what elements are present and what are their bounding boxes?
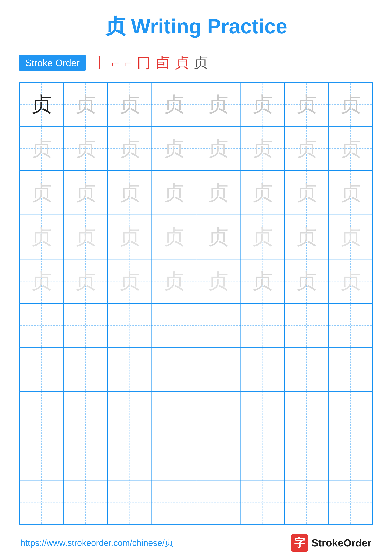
grid-cell[interactable]: 贞 [196,126,240,171]
grid-cell[interactable] [64,348,107,392]
grid-cell[interactable]: 贞 [240,126,284,171]
grid-cell[interactable]: 贞 [152,171,196,215]
grid-cell[interactable] [108,392,152,436]
grid-cell[interactable]: 贞 [19,82,64,126]
grid-cell[interactable]: 贞 [284,215,328,259]
grid-cell[interactable]: 贞 [64,171,107,215]
grid-char: 贞 [340,183,361,203]
grid-cell[interactable] [284,348,328,392]
grid-char: 贞 [75,94,96,115]
grid-cell[interactable]: 贞 [19,171,64,215]
grid-cell[interactable] [328,303,373,347]
grid-cell[interactable] [64,480,107,524]
grid-cell[interactable]: 贞 [240,259,284,303]
grid-cell[interactable]: 贞 [328,215,373,259]
grid-cell[interactable] [328,348,373,392]
grid-cell[interactable] [196,348,240,392]
grid-cell[interactable]: 贞 [284,126,328,171]
grid-cell[interactable] [196,480,240,524]
stroke-3: ⌐ [124,55,132,71]
grid-cell[interactable] [328,480,373,524]
grid-cell[interactable]: 贞 [64,126,107,171]
grid-cell[interactable]: 贞 [19,215,64,259]
grid-cell[interactable] [64,303,107,347]
grid-cell[interactable] [19,436,64,480]
grid-cell[interactable] [108,480,152,524]
grid-cell[interactable]: 贞 [328,171,373,215]
grid-cell[interactable] [19,480,64,524]
grid-cell[interactable]: 贞 [108,171,152,215]
grid-cell[interactable] [284,392,328,436]
grid-cell[interactable]: 贞 [328,126,373,171]
grid-cell[interactable] [152,436,196,480]
grid-cell[interactable] [196,392,240,436]
grid-cell[interactable]: 贞 [108,215,152,259]
grid-cell[interactable] [240,436,284,480]
grid-cell[interactable]: 贞 [108,259,152,303]
grid-cell[interactable]: 贞 [64,82,107,126]
grid-cell[interactable] [152,303,196,347]
grid-cell[interactable]: 贞 [196,82,240,126]
grid-cell[interactable]: 贞 [240,171,284,215]
grid-cell[interactable] [152,348,196,392]
grid-cell[interactable] [240,480,284,524]
grid-cell[interactable] [108,348,152,392]
grid-cell[interactable]: 贞 [284,82,328,126]
footer: https://www.strokeorder.com/chinese/贞 字 … [19,534,373,552]
grid-char: 贞 [75,271,96,292]
grid-cell[interactable]: 贞 [108,126,152,171]
grid-char: 贞 [31,183,52,203]
grid-cell[interactable] [328,392,373,436]
grid-cell[interactable]: 贞 [152,259,196,303]
grid-cell[interactable]: 贞 [240,215,284,259]
grid-cell[interactable]: 贞 [108,82,152,126]
grid-cell[interactable]: 贞 [196,215,240,259]
grid-char: 贞 [31,271,52,292]
grid-cell[interactable] [108,436,152,480]
grid-cell[interactable] [328,436,373,480]
grid-cell[interactable]: 贞 [64,215,107,259]
grid-cell[interactable] [152,392,196,436]
grid-cell[interactable] [284,480,328,524]
stroke-order-chars: 〡 ⌐ ⌐ 冂 卣 貞 贞 [92,53,208,73]
grid-cell[interactable]: 贞 [284,171,328,215]
grid-cell[interactable]: 贞 [240,82,284,126]
grid-cell[interactable]: 贞 [19,126,64,171]
grid-cell[interactable] [240,392,284,436]
grid-cell[interactable]: 贞 [284,259,328,303]
stroke-order-badge: Stroke Order [19,55,86,71]
grid-cell[interactable]: 贞 [196,171,240,215]
grid-cell[interactable] [284,303,328,347]
grid-cell[interactable] [19,392,64,436]
grid-cell[interactable] [284,436,328,480]
stroke-4: 冂 [137,53,151,73]
grid-cell[interactable]: 贞 [19,259,64,303]
grid-cell[interactable] [64,436,107,480]
grid-char: 贞 [164,183,184,203]
footer-url: https://www.strokeorder.com/chinese/贞 [21,537,173,549]
grid-cell[interactable] [108,303,152,347]
grid-cell[interactable] [196,303,240,347]
grid-char: 贞 [208,227,228,247]
grid-char: 贞 [252,138,273,159]
grid-cell[interactable]: 贞 [328,82,373,126]
grid-cell[interactable] [19,303,64,347]
grid-cell[interactable]: 贞 [152,215,196,259]
grid-cell[interactable] [196,436,240,480]
grid-char: 贞 [296,94,317,115]
grid-cell[interactable] [64,392,107,436]
grid-cell[interactable] [152,480,196,524]
grid-char: 贞 [252,94,273,115]
grid-cell[interactable]: 贞 [196,259,240,303]
grid-cell[interactable] [240,348,284,392]
grid-char: 贞 [119,271,140,292]
grid-cell[interactable]: 贞 [152,126,196,171]
grid-cell[interactable]: 贞 [328,259,373,303]
grid-cell[interactable] [19,348,64,392]
grid-cell[interactable] [240,303,284,347]
grid-char: 贞 [208,94,228,115]
grid-cell[interactable]: 贞 [152,82,196,126]
grid-cell[interactable]: 贞 [64,259,107,303]
stroke-6: 貞 [175,53,189,73]
grid-char: 贞 [340,271,361,292]
